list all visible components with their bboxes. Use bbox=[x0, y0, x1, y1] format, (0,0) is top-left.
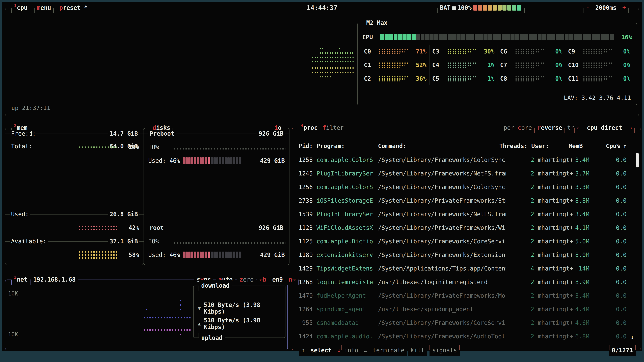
process-pid: 1189 bbox=[298, 252, 313, 258]
cpu-usage-percent: 16% bbox=[618, 34, 632, 40]
process-program: extensionkitserv bbox=[316, 252, 374, 258]
ip-address-label: 192.168.1.68 bbox=[30, 274, 78, 285]
process-row[interactable]: 2738 iOSFilesStorageE /System/Library/Pr… bbox=[292, 194, 641, 207]
menu-button[interactable]: menu bbox=[34, 2, 54, 13]
core-history-graph bbox=[584, 76, 613, 81]
sort-next-button[interactable]: → bbox=[628, 124, 632, 131]
info-button[interactable]: info ↵ bbox=[342, 345, 370, 356]
more-rows-icon: ↓ bbox=[630, 334, 634, 340]
process-cpu: 0.0 bbox=[608, 157, 626, 163]
download-graph-dot bbox=[180, 304, 182, 306]
process-cpu: 0.0 bbox=[608, 306, 626, 313]
sort-prev-button[interactable]: ← bbox=[577, 124, 580, 131]
mem-usage-graph bbox=[79, 146, 120, 148]
mem-graph-row: 42% bbox=[79, 222, 139, 233]
column-user[interactable]: User: bbox=[531, 143, 567, 149]
refresh-plus-button[interactable]: + bbox=[622, 4, 626, 11]
disk-io-graph bbox=[174, 148, 286, 149]
mem-graph-row: 23% bbox=[79, 142, 139, 153]
process-cpu: 0.0 bbox=[608, 197, 626, 204]
process-program: com.apple.ColorS bbox=[316, 157, 374, 163]
process-row[interactable]: 1256 com.apple.ColorS /System/Library/Fr… bbox=[292, 180, 641, 194]
enter-icon: ↵ bbox=[364, 347, 367, 354]
process-row[interactable]: 1123 WiFiCloudAssetsX /System/Library/Pr… bbox=[292, 221, 641, 234]
cpu-hotkey-number: 1 bbox=[14, 3, 16, 8]
tab-cpu[interactable]: 1cpu bbox=[12, 2, 30, 13]
column-program[interactable]: Program: bbox=[316, 143, 374, 149]
process-cpu: 0.0 bbox=[608, 333, 626, 340]
process-mem: 4.1M bbox=[574, 224, 589, 231]
disk-section: Preboot 926 GiB IO% Used: 46% 429 GiB bbox=[144, 128, 289, 169]
process-user: mhartingt+ bbox=[538, 252, 574, 258]
process-threads: 2 bbox=[506, 333, 534, 340]
core-cell: C4 1% bbox=[429, 58, 497, 72]
process-row[interactable]: 1268 loginitemregiste /usr/libexec/login… bbox=[292, 275, 641, 289]
download-speed-value: 510 Byte/s (3.98 Kibps) bbox=[204, 302, 282, 315]
disk-used-row: Used: 46% 429 GiB bbox=[144, 155, 289, 166]
column-mem[interactable]: MemB bbox=[567, 143, 583, 149]
process-row[interactable]: 1424 com.apple.audio. /System/Library/Fr… bbox=[292, 330, 641, 343]
core-cell: C1 52% bbox=[361, 58, 429, 72]
column-threads[interactable]: Threads: bbox=[499, 143, 528, 149]
core-cell: C8 0% bbox=[497, 72, 565, 85]
core-name: C11 bbox=[568, 75, 582, 82]
process-row[interactable]: 1245 PlugInLibrarySer /System/Library/Fr… bbox=[292, 167, 641, 180]
process-row[interactable]: 1429 TipsWidgetExtens /System/Applicatio… bbox=[292, 262, 641, 275]
core-name: C0 bbox=[364, 48, 377, 55]
process-command: /System/Applications/Tips.app/Content bbox=[378, 265, 506, 272]
process-program: PlugInLibrarySer bbox=[316, 170, 374, 177]
terminate-button[interactable]: terminate bbox=[370, 345, 407, 356]
process-user: mhartingt+ bbox=[538, 306, 574, 313]
core-grid: C0 71% C3 30% C6 0% bbox=[361, 44, 633, 85]
per-core-toggle[interactable]: per-core bbox=[501, 122, 535, 133]
filter-button[interactable]: filter bbox=[320, 122, 346, 133]
refresh-rate-control: - 2000ms + bbox=[583, 2, 628, 13]
process-user: mhartingt+ bbox=[538, 238, 574, 245]
mem-stat-label: Used: bbox=[10, 211, 30, 218]
reverse-toggle[interactable]: reverse bbox=[535, 122, 565, 133]
process-threads: 2 bbox=[506, 306, 534, 313]
core-cell: C0 71% bbox=[361, 44, 429, 58]
battery-icon: ■ bbox=[452, 2, 456, 13]
kill-button[interactable]: kill bbox=[408, 345, 427, 356]
mem-stat-value: 26.8 GiB bbox=[108, 211, 139, 218]
process-row[interactable]: 1258 com.apple.ColorS /System/Library/Fr… bbox=[292, 153, 641, 167]
process-mem: 4.4M bbox=[574, 306, 589, 313]
core-name: C10 bbox=[568, 62, 582, 68]
core-history-graph bbox=[584, 49, 613, 54]
process-cpu: 0.0 bbox=[608, 211, 626, 218]
process-user: mhartingt+ bbox=[538, 224, 574, 231]
column-cpu[interactable]: Cpu% bbox=[602, 143, 620, 149]
disk-section: root 926 GiB IO% Used: 46% 429 GiB bbox=[144, 222, 289, 263]
process-row[interactable]: 1539 PlugInLibrarySer /System/Library/Fr… bbox=[292, 207, 641, 221]
prev-interface-button[interactable]: ←b bbox=[259, 276, 266, 283]
uptime-label: up 21:37:11 bbox=[12, 105, 50, 111]
process-row[interactable]: 1264 spindump_agent /usr/libexec/spindum… bbox=[292, 302, 641, 316]
process-row[interactable]: 1470 fudHelperAgent /System/Library/Priv… bbox=[292, 289, 641, 302]
process-command: /System/Library/Frameworks/ExtensionF bbox=[378, 252, 506, 258]
column-command[interactable]: Command: bbox=[378, 143, 499, 149]
process-row[interactable]: 955 csnameddatad /System/Library/Framewo… bbox=[292, 316, 641, 330]
select-up-icon: ↑ bbox=[301, 347, 305, 354]
tab-net[interactable]: 3net bbox=[12, 274, 30, 285]
mem-stat-percent: 23% bbox=[129, 144, 139, 150]
zero-button[interactable]: zero bbox=[237, 274, 256, 285]
tab-proc[interactable]: 4proc bbox=[298, 122, 320, 133]
process-row[interactable]: 1125 com.apple.Dictio /System/Library/Fr… bbox=[292, 234, 641, 248]
core-percent: 0% bbox=[547, 75, 562, 82]
signals-button[interactable]: signals bbox=[430, 345, 460, 356]
process-command: /System/Library/Frameworks/CoreServic bbox=[378, 238, 506, 245]
core-name: C7 bbox=[500, 62, 514, 68]
column-pid[interactable]: Pid: bbox=[298, 143, 313, 149]
process-user: mhartingt+ bbox=[538, 197, 574, 204]
core-cell: C7 0% bbox=[497, 58, 565, 72]
process-user: mhartingt+ bbox=[538, 279, 574, 285]
process-cpu: 0.0 bbox=[608, 320, 626, 326]
preset-button[interactable]: preset * bbox=[57, 2, 90, 13]
scrollbar-thumb[interactable] bbox=[636, 153, 639, 167]
mem-stat-percent: 42% bbox=[129, 224, 139, 231]
select-control[interactable]: ↑ select ↓ bbox=[299, 345, 344, 356]
refresh-minus-button[interactable]: - bbox=[586, 4, 589, 11]
process-mem: 8.0M bbox=[574, 252, 589, 258]
process-row[interactable]: 1189 extensionkitserv /System/Library/Fr… bbox=[292, 248, 641, 262]
